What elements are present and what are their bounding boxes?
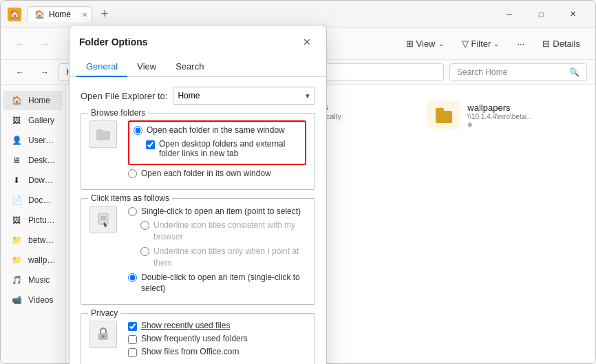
wallpapers-sub: \\10.1.4.4\mro\betw... bbox=[467, 113, 531, 120]
downloads-icon: ⬇ bbox=[10, 174, 23, 186]
search-icon: 🔍 bbox=[569, 67, 579, 77]
filter-label: Filter bbox=[471, 39, 491, 49]
radio-same-window: Open each folder in the same window bbox=[134, 125, 301, 136]
check-office-files: Show files from Office.com bbox=[128, 347, 306, 357]
sidebar-item-downloads[interactable]: ⬇ Downlo... bbox=[3, 171, 63, 190]
maximize-button[interactable]: □ bbox=[525, 1, 557, 28]
folder-item-wallpapers[interactable]: wallpapers \\10.1.4.4\mro\betw... ◆ bbox=[421, 96, 584, 134]
tab-label: Home bbox=[49, 10, 71, 19]
sort-button[interactable]: ⊞ View ⌄ bbox=[399, 35, 451, 52]
details-label: Details bbox=[553, 39, 580, 49]
user-icon: 👤 bbox=[10, 134, 23, 147]
sidebar-item-home[interactable]: 🏠 Home bbox=[3, 91, 63, 110]
close-button[interactable]: ✕ bbox=[557, 1, 588, 28]
dialog-body: Open File Explorer to: Home This PC ▼ Br… bbox=[70, 77, 326, 364]
sidebar-label-gallery: Gallery bbox=[28, 116, 54, 125]
wallpapers-name: wallpapers bbox=[467, 103, 531, 113]
tab-close-btn[interactable]: ✕ bbox=[82, 11, 87, 19]
sort-icon: ⊞ bbox=[406, 39, 414, 49]
radio-underline-point-input[interactable] bbox=[140, 247, 149, 256]
sidebar-label-music: Music bbox=[28, 275, 50, 285]
address-forward-btn[interactable]: → bbox=[34, 61, 56, 83]
open-explorer-row: Open File Explorer to: Home This PC ▼ bbox=[81, 87, 315, 105]
sidebar-item-gallery[interactable]: 🖼 Gallery bbox=[3, 111, 63, 130]
check-frequent-folders: Show frequently used folders bbox=[128, 334, 306, 344]
radio-own-window-label[interactable]: Open each folder in its own window bbox=[141, 168, 271, 180]
checkbox-frequent-folders-label[interactable]: Show frequently used folders bbox=[141, 334, 248, 343]
details-icon: ⊟ bbox=[542, 39, 550, 49]
sidebar-item-desktop[interactable]: 🖥 Desktop bbox=[3, 151, 63, 170]
checkbox-office-files[interactable] bbox=[128, 348, 137, 357]
checkbox-desktop-folders[interactable] bbox=[146, 140, 155, 149]
radio-single-click-input[interactable] bbox=[128, 207, 137, 216]
checkbox-recent-files-label[interactable]: Show recently used files bbox=[141, 321, 230, 330]
privacy-icon bbox=[89, 321, 117, 348]
svg-rect-13 bbox=[96, 129, 103, 132]
wallpapers-info: wallpapers \\10.1.4.4\mro\betw... ◆ bbox=[467, 103, 531, 128]
details-button[interactable]: ⊟ Details bbox=[535, 35, 587, 52]
between-icon: 📁 bbox=[10, 234, 23, 246]
title-bar: 🏠 🏠 Home ✕ + ─ □ ✕ bbox=[1, 1, 595, 28]
tab-search[interactable]: Search bbox=[166, 57, 213, 77]
home-tab[interactable]: 🏠 Home ✕ bbox=[27, 6, 92, 22]
sidebar-item-music[interactable]: 🎵 Music bbox=[3, 270, 63, 290]
pictures-icon: 🖼 bbox=[10, 214, 23, 226]
minimize-button[interactable]: ─ bbox=[493, 1, 525, 28]
forward-button[interactable]: → bbox=[34, 33, 56, 55]
sidebar: 🏠 Home 🖼 Gallery 👤 User - P... 🖥 Desktop… bbox=[1, 85, 66, 364]
sidebar-item-documents[interactable]: 📄 Docume... bbox=[3, 191, 63, 210]
sidebar-label-videos: Videos bbox=[28, 295, 53, 305]
check-desktop-folders: Open desktop folders and external folder… bbox=[146, 139, 301, 158]
radio-single-click: Single-click to open an item (point to s… bbox=[128, 206, 306, 217]
back-button[interactable]: ← bbox=[9, 33, 31, 55]
search-bar[interactable]: Search Home 🔍 bbox=[449, 63, 587, 81]
highlighted-options-box: Open each folder in the same window Open… bbox=[128, 120, 306, 165]
radio-own-window-input[interactable] bbox=[128, 169, 137, 178]
more-button[interactable]: ··· bbox=[510, 35, 531, 52]
sidebar-label-between: between bbox=[28, 235, 56, 245]
privacy-group: Privacy Show recently used files Show fr… bbox=[81, 313, 315, 364]
tab-icon: 🏠 bbox=[34, 10, 45, 19]
dialog-tabs: General View Search bbox=[70, 57, 326, 77]
address-back-btn[interactable]: ← bbox=[9, 61, 31, 83]
privacy-title: Privacy bbox=[88, 308, 120, 318]
sidebar-item-wallpapers[interactable]: 📁 wallpa... bbox=[3, 250, 63, 270]
search-placeholder: Search Home bbox=[457, 67, 507, 77]
radio-underline-browser-input[interactable] bbox=[140, 221, 149, 230]
filter-button[interactable]: ▽ Filter ⌄ bbox=[455, 35, 507, 52]
radio-underline-point-label[interactable]: Underline icon titles only when I point … bbox=[153, 246, 306, 269]
radio-same-window-label[interactable]: Open each folder in the same window bbox=[147, 125, 285, 136]
radio-underline-browser-label[interactable]: Underline icon titles consistent with my… bbox=[153, 220, 306, 243]
toolbar-right: ⊞ View ⌄ ▽ Filter ⌄ ··· ⊟ Details bbox=[399, 35, 587, 52]
radio-own-window: Open each folder in its own window bbox=[128, 168, 306, 180]
dialog-close-button[interactable]: ✕ bbox=[297, 32, 317, 52]
sidebar-item-user[interactable]: 👤 User - P... bbox=[3, 131, 63, 150]
radio-double-click-label[interactable]: Double-click to open an item (single-cli… bbox=[141, 272, 306, 295]
view-label: View bbox=[416, 39, 436, 49]
sidebar-item-between[interactable]: 📁 between bbox=[3, 231, 63, 250]
sidebar-item-videos[interactable]: 📹 Videos bbox=[3, 290, 63, 310]
tab-view[interactable]: View bbox=[127, 57, 166, 77]
window-controls: ─ □ ✕ bbox=[493, 1, 588, 28]
checkbox-recent-files[interactable] bbox=[128, 322, 137, 331]
browse-folders-group: Browse folders Open each folder in the s… bbox=[81, 113, 315, 190]
documents-icon: 📄 bbox=[10, 194, 23, 206]
svg-rect-7 bbox=[436, 111, 452, 123]
tab-general[interactable]: General bbox=[76, 57, 127, 77]
folder-options-dialog: Folder Options ✕ General View Search Ope… bbox=[69, 25, 327, 364]
sidebar-label-home: Home bbox=[28, 96, 50, 105]
click-icon bbox=[89, 206, 117, 233]
checkbox-frequent-folders[interactable] bbox=[128, 335, 137, 344]
open-select[interactable]: Home This PC bbox=[173, 87, 315, 105]
sidebar-item-pictures[interactable]: 🖼 Pictures bbox=[3, 211, 63, 230]
music-icon: 🎵 bbox=[10, 274, 23, 286]
radio-double-click-input[interactable] bbox=[128, 273, 137, 282]
checkbox-desktop-folders-label[interactable]: Open desktop folders and external folder… bbox=[159, 139, 301, 158]
home-icon: 🏠 bbox=[10, 94, 23, 107]
add-tab-button[interactable]: + bbox=[95, 5, 114, 24]
checkbox-office-files-label[interactable]: Show files from Office.com bbox=[141, 347, 240, 356]
radio-same-window-input[interactable] bbox=[134, 126, 142, 135]
radio-single-click-label[interactable]: Single-click to open an item (point to s… bbox=[141, 206, 301, 217]
sidebar-label-documents: Docume... bbox=[28, 195, 56, 205]
open-select-wrap: Home This PC ▼ bbox=[173, 87, 315, 105]
